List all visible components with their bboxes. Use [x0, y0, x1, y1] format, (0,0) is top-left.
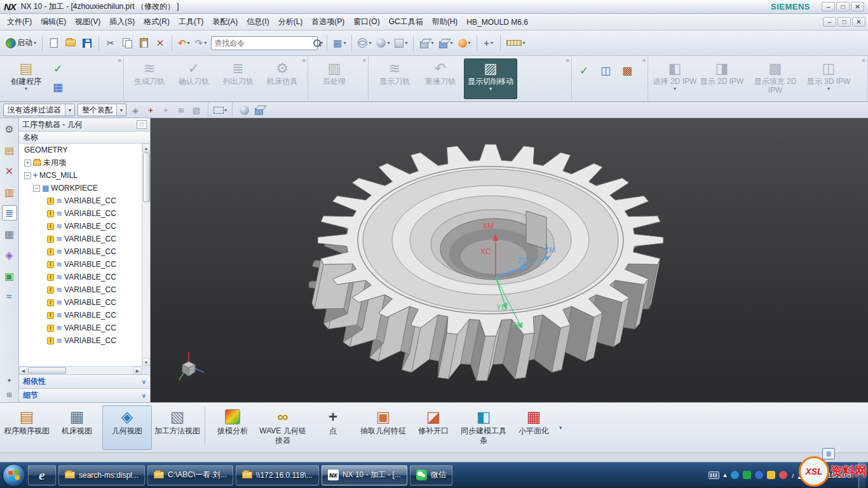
expand-icon[interactable]: +: [24, 159, 31, 166]
point-on-curve-button[interactable]: +: [159, 104, 172, 116]
snap-point-button[interactable]: +▾: [481, 34, 496, 52]
facet-body-button[interactable]: ▦ 小平面化: [509, 405, 559, 450]
tree-row-workpiece[interactable]: − ▦ WORKPIECE: [19, 182, 142, 194]
assembly-navigator-icon[interactable]: ▤: [2, 142, 17, 158]
paste-button[interactable]: [136, 34, 151, 52]
tree-row-operation[interactable]: !≋VARIABLE_CC: [19, 207, 142, 220]
command-search-input[interactable]: [214, 39, 313, 48]
show-filled-2d-ipw-button[interactable]: ▩ 显示填充 2D IPW: [746, 58, 804, 99]
taskbar-search-folder-button[interactable]: search-ms:displ...: [58, 465, 145, 485]
machine-tool-view-button[interactable]: ▦ 机床视图: [52, 405, 102, 450]
extract-geometry-button[interactable]: ▣ 抽取几何特征: [358, 405, 408, 450]
copy-button[interactable]: [119, 34, 135, 52]
program-order-view-button[interactable]: ▤ 程序顺序视图: [2, 405, 51, 450]
group-expander-icon[interactable]: »: [642, 57, 646, 64]
menu-format[interactable]: 格式(R): [139, 14, 174, 30]
vertical-scrollbar[interactable]: ▲ ▼: [142, 144, 150, 366]
tree-row-operation[interactable]: !≋VARIABLE_CC: [19, 309, 142, 322]
background-button[interactable]: ▾: [393, 34, 409, 52]
cloud-tray-icon[interactable]: [755, 471, 763, 479]
curve-snap-button[interactable]: ≋: [175, 104, 187, 116]
update-tray-icon[interactable]: [767, 471, 775, 479]
patch-openings-button[interactable]: ◪ 修补开口: [409, 405, 458, 450]
group-expander-icon[interactable]: »: [862, 57, 865, 64]
synchronous-modeling-button[interactable]: ◧ 同步建模工具条: [459, 405, 508, 450]
shaded-wireframe-button[interactable]: [238, 104, 250, 116]
maximize-button[interactable]: □: [836, 2, 850, 11]
taskbar-nx-button[interactable]: NX NX 10 - 加工 - [...: [322, 465, 407, 485]
redo-button[interactable]: ↷▾: [193, 34, 209, 52]
menu-help[interactable]: 帮助(H): [428, 14, 463, 30]
list-toolpath-button[interactable]: ≣ 列出刀轨: [217, 58, 260, 99]
measure-button[interactable]: ▾: [505, 34, 527, 52]
horizontal-scrollbar[interactable]: ◀ ▶: [19, 366, 142, 374]
scroll-up-arrow[interactable]: ▲: [142, 144, 150, 152]
dependencies-section-header[interactable]: 相依性 ∨: [19, 374, 150, 388]
show-hidden-icons-button[interactable]: ▴: [723, 471, 727, 479]
show-toolpath-button[interactable]: ≋ 显示刀轨: [372, 58, 417, 99]
report-shortest-tool-button[interactable]: ▩: [619, 64, 635, 79]
orient-view-iso-button[interactable]: ▾: [437, 34, 454, 52]
child-minimize-button[interactable]: –: [823, 17, 836, 27]
menu-file[interactable]: 文件(F): [3, 14, 36, 30]
highlight-related-button[interactable]: ◈: [129, 104, 142, 116]
tree-row-operation[interactable]: !≋VARIABLE_CC: [19, 194, 142, 207]
taskbar-wechat-button[interactable]: 微信: [410, 465, 452, 485]
selection-scope-select[interactable]: 整个装配 ▾: [78, 104, 126, 116]
menu-gc-toolbox[interactable]: GC工具箱: [384, 14, 428, 30]
work-section-button[interactable]: [253, 104, 266, 116]
show-3d-ipw-button[interactable]: ◫ 显示 3D IPW ▾: [806, 58, 851, 99]
menu-tools[interactable]: 工具(T): [174, 14, 208, 30]
open-button[interactable]: [63, 34, 78, 52]
rotate-view-button[interactable]: ▾: [356, 34, 373, 52]
tree-row-geometry[interactable]: GEOMETRY: [19, 144, 142, 156]
tree-row-operation[interactable]: !≋VARIABLE_CC: [19, 233, 142, 245]
scroll-left-arrow[interactable]: ◀: [19, 367, 27, 374]
tree-row-operation[interactable]: !≋VARIABLE_CC: [19, 245, 142, 258]
tree-row-operation[interactable]: !≋VARIABLE_CC: [19, 334, 142, 347]
volume-icon[interactable]: ♪: [791, 471, 795, 479]
select-2d-ipw-button[interactable]: ◧ 选择 2D IPW ▾: [652, 58, 698, 99]
scrollbar-thumb[interactable]: [143, 152, 150, 202]
machining-method-view-button[interactable]: ▧ 加工方法视图: [153, 405, 202, 450]
group-expander-icon[interactable]: »: [302, 57, 306, 64]
web-browser-icon[interactable]: ≈: [2, 289, 17, 304]
collapse-icon[interactable]: −: [33, 185, 40, 192]
true-shading-button[interactable]: ▾: [456, 34, 473, 52]
point-button[interactable]: + 点: [308, 405, 358, 450]
tree-row-operation[interactable]: !≋VARIABLE_CC: [19, 271, 142, 283]
input-method-tray-icon[interactable]: [731, 471, 739, 479]
start-button[interactable]: [3, 464, 25, 487]
render-style-button[interactable]: ▾: [374, 34, 391, 52]
snap-point-toggle-button[interactable]: +: [144, 104, 157, 116]
tree-row-operation[interactable]: !≋VARIABLE_CC: [19, 322, 142, 334]
palette-box-icon[interactable]: ⊞: [2, 390, 17, 399]
roles-gear-icon[interactable]: ⚙: [2, 121, 17, 137]
tree-row-mcs-mill[interactable]: − + MCS_MILL: [19, 169, 142, 182]
gouge-check-button[interactable]: ✓: [576, 64, 592, 79]
scroll-right-arrow[interactable]: ▶: [133, 367, 142, 374]
child-close-button[interactable]: ✕: [852, 17, 865, 27]
menu-assemblies[interactable]: 装配(A): [208, 14, 242, 30]
save-button[interactable]: [79, 34, 95, 52]
process-assistant-icon[interactable]: ◈: [2, 247, 17, 262]
menu-hb-mould[interactable]: HB_MOULD M6.6: [462, 15, 532, 29]
delete-button[interactable]: ✕: [153, 34, 168, 52]
menu-edit[interactable]: 编辑(E): [36, 14, 71, 30]
machine-tool-navigator-icon[interactable]: ▦: [2, 226, 17, 241]
menu-window[interactable]: 窗口(O): [349, 14, 384, 30]
minimize-button[interactable]: –: [822, 2, 835, 11]
postprocess-button[interactable]: ▥ 后处理: [312, 58, 356, 99]
group-expander-icon[interactable]: »: [362, 57, 366, 64]
generate-toolpath-button[interactable]: ≋ 生成刀轨: [128, 58, 171, 99]
operation-navigator-icon[interactable]: ≣: [2, 205, 17, 220]
replay-toolpath-button[interactable]: ↶ 重播刀轨: [418, 58, 463, 99]
wave-geometry-linker-button[interactable]: ∞ WAVE 几何链接器: [258, 405, 308, 450]
check-mini-button[interactable]: ✓: [50, 62, 66, 77]
new-file-button[interactable]: [46, 34, 62, 52]
template-palette-icon[interactable]: ▣: [2, 268, 17, 283]
tree-row-operation[interactable]: !≋VARIABLE_CC: [19, 258, 142, 271]
menu-preferences[interactable]: 首选项(P): [307, 14, 349, 30]
group-expander-icon[interactable]: »: [118, 57, 121, 64]
geometry-view-button[interactable]: ◈ 几何视图: [102, 405, 152, 450]
